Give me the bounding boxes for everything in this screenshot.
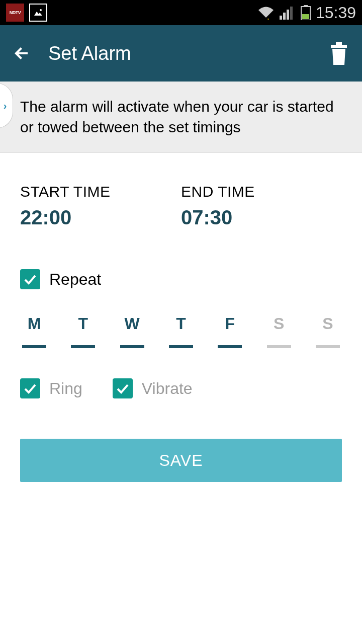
start-time-picker[interactable]: START TIME 22:00 xyxy=(20,183,181,229)
day-letter: S xyxy=(274,314,284,345)
repeat-row: Repeat xyxy=(20,269,342,289)
day-underline xyxy=(316,345,340,348)
page-title: Set Alarm xyxy=(48,43,131,64)
info-banner: The alarm will activate when your car is… xyxy=(0,82,362,153)
info-text: The alarm will activate when your car is… xyxy=(20,98,334,135)
back-button[interactable] xyxy=(12,43,33,64)
picture-icon xyxy=(29,4,47,22)
delete-button[interactable] xyxy=(329,42,350,65)
day-toggle-0[interactable]: M xyxy=(22,314,46,348)
battery-icon xyxy=(301,5,311,20)
day-underline xyxy=(267,345,291,348)
vibrate-label: Vibrate xyxy=(142,379,193,398)
save-button[interactable]: SAVE xyxy=(20,439,342,482)
ring-checkbox[interactable] xyxy=(20,378,40,398)
day-letter: T xyxy=(78,314,88,345)
svg-rect-9 xyxy=(302,14,309,19)
day-toggle-1[interactable]: T xyxy=(71,314,95,348)
options-row: Ring Vibrate xyxy=(20,378,342,398)
svg-rect-4 xyxy=(283,13,286,20)
day-underline xyxy=(169,345,193,348)
day-underline xyxy=(71,345,95,348)
day-underline xyxy=(120,345,144,348)
ring-option: Ring xyxy=(20,378,82,398)
start-time-label: START TIME xyxy=(20,183,181,200)
day-underline xyxy=(22,345,46,348)
day-toggle-3[interactable]: T xyxy=(169,314,193,348)
chevron-right-icon: › xyxy=(4,100,7,112)
day-toggle-6[interactable]: S xyxy=(316,314,340,348)
svg-rect-10 xyxy=(331,45,347,48)
repeat-checkbox[interactable] xyxy=(20,269,40,289)
svg-rect-6 xyxy=(290,7,293,20)
status-left: NDTV xyxy=(6,4,47,22)
repeat-label: Repeat xyxy=(49,270,101,289)
main-content: START TIME 22:00 END TIME 07:30 Repeat M… xyxy=(0,153,362,492)
status-right: 15:39 xyxy=(257,4,356,22)
day-letter: F xyxy=(225,314,235,345)
svg-rect-5 xyxy=(287,10,289,20)
vibrate-checkbox[interactable] xyxy=(113,378,133,398)
days-row: MTWTFSS xyxy=(20,314,342,348)
day-letter: T xyxy=(176,314,186,345)
ndtv-app-icon: NDTV xyxy=(6,4,24,22)
end-time-picker[interactable]: END TIME 07:30 xyxy=(181,183,342,229)
app-bar: Set Alarm xyxy=(0,25,362,82)
status-bar: NDTV 15:39 xyxy=(0,0,362,25)
signal-icon xyxy=(280,6,296,20)
vibrate-option: Vibrate xyxy=(113,378,193,398)
day-letter: M xyxy=(28,314,41,345)
svg-marker-2 xyxy=(267,19,269,20)
day-toggle-4[interactable]: F xyxy=(218,314,242,348)
svg-marker-0 xyxy=(34,12,42,16)
ring-label: Ring xyxy=(49,379,82,398)
status-time: 15:39 xyxy=(316,4,356,22)
start-time-value: 22:00 xyxy=(20,206,181,229)
end-time-label: END TIME xyxy=(181,183,342,200)
day-toggle-5[interactable]: S xyxy=(267,314,291,348)
time-row: START TIME 22:00 END TIME 07:30 xyxy=(20,183,342,229)
day-underline xyxy=(218,345,242,348)
svg-point-1 xyxy=(40,9,42,11)
day-letter: W xyxy=(125,314,140,345)
svg-rect-3 xyxy=(280,16,282,20)
wifi-icon xyxy=(257,6,275,20)
end-time-value: 07:30 xyxy=(181,206,342,229)
svg-rect-11 xyxy=(336,42,342,45)
day-letter: S xyxy=(322,314,333,345)
day-toggle-2[interactable]: W xyxy=(120,314,144,348)
